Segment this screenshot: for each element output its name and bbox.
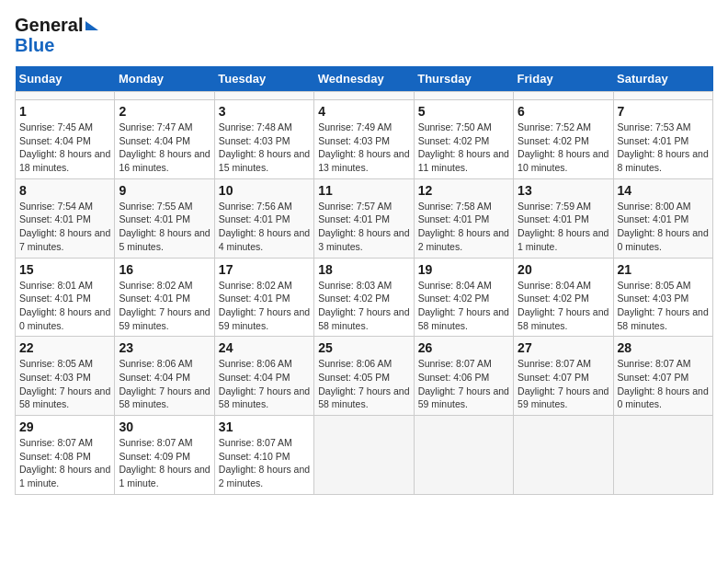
day-info: Sunrise: 8:07 AMSunset: 4:10 PMDaylight:… [219, 436, 310, 490]
calendar-day-cell: 19Sunrise: 8:04 AMSunset: 4:02 PMDayligh… [414, 258, 513, 337]
calendar-week-row: 1Sunrise: 7:45 AMSunset: 4:04 PMDaylight… [16, 100, 713, 179]
calendar-day-cell: 16Sunrise: 8:02 AMSunset: 4:01 PMDayligh… [115, 258, 214, 337]
calendar-day-cell [514, 92, 613, 100]
calendar-day-cell [514, 416, 613, 495]
day-info: Sunrise: 8:04 AMSunset: 4:02 PMDaylight:… [418, 279, 509, 333]
logo-blue-text: Blue [15, 35, 54, 55]
day-number: 18 [318, 262, 409, 277]
calendar-day-cell: 28Sunrise: 8:07 AMSunset: 4:07 PMDayligh… [613, 337, 712, 416]
calendar-day-cell: 4Sunrise: 7:49 AMSunset: 4:03 PMDaylight… [314, 100, 414, 179]
calendar-week-row: 29Sunrise: 8:07 AMSunset: 4:08 PMDayligh… [16, 416, 713, 495]
day-number: 29 [19, 419, 110, 434]
day-info: Sunrise: 8:02 AMSunset: 4:01 PMDaylight:… [219, 279, 310, 333]
day-info: Sunrise: 8:05 AMSunset: 4:03 PMDaylight:… [618, 279, 709, 333]
calendar-day-cell: 21Sunrise: 8:05 AMSunset: 4:03 PMDayligh… [613, 258, 712, 337]
day-number: 22 [19, 340, 110, 355]
day-number: 4 [318, 104, 409, 119]
day-number: 6 [518, 104, 609, 119]
day-number: 10 [219, 183, 310, 198]
day-number: 26 [418, 340, 509, 355]
calendar-day-cell: 15Sunrise: 8:01 AMSunset: 4:01 PMDayligh… [16, 258, 115, 337]
day-info: Sunrise: 8:07 AMSunset: 4:08 PMDaylight:… [19, 436, 110, 490]
day-info: Sunrise: 7:45 AMSunset: 4:04 PMDaylight:… [19, 121, 110, 175]
day-number: 16 [119, 262, 210, 277]
calendar-day-cell: 27Sunrise: 8:07 AMSunset: 4:07 PMDayligh… [514, 337, 613, 416]
calendar-day-cell [314, 416, 414, 495]
calendar-day-cell: 12Sunrise: 7:58 AMSunset: 4:01 PMDayligh… [414, 178, 513, 258]
calendar-day-cell [414, 416, 513, 495]
day-info: Sunrise: 7:54 AMSunset: 4:01 PMDaylight:… [19, 200, 110, 254]
day-number: 13 [518, 183, 609, 198]
day-number: 7 [618, 104, 709, 119]
calendar-day-cell: 2Sunrise: 7:47 AMSunset: 4:04 PMDaylight… [115, 100, 214, 179]
column-header-wednesday: Wednesday [314, 66, 414, 92]
column-header-sunday: Sunday [16, 66, 115, 92]
calendar-day-cell: 17Sunrise: 8:02 AMSunset: 4:01 PMDayligh… [214, 258, 313, 337]
day-info: Sunrise: 8:07 AMSunset: 4:07 PMDaylight:… [618, 357, 709, 411]
day-info: Sunrise: 7:52 AMSunset: 4:02 PMDaylight:… [518, 121, 609, 175]
day-number: 2 [119, 104, 210, 119]
day-number: 28 [618, 340, 709, 355]
day-number: 9 [119, 183, 210, 198]
day-number: 5 [418, 104, 509, 119]
day-number: 19 [418, 262, 509, 277]
day-info: Sunrise: 8:06 AMSunset: 4:05 PMDaylight:… [318, 357, 409, 411]
day-info: Sunrise: 7:56 AMSunset: 4:01 PMDaylight:… [219, 200, 310, 254]
calendar-week-row: 22Sunrise: 8:05 AMSunset: 4:03 PMDayligh… [16, 337, 713, 416]
calendar-day-cell: 8Sunrise: 7:54 AMSunset: 4:01 PMDaylight… [16, 178, 115, 258]
day-number: 31 [219, 419, 310, 434]
calendar-day-cell: 18Sunrise: 8:03 AMSunset: 4:02 PMDayligh… [314, 258, 414, 337]
calendar-day-cell [115, 92, 214, 100]
calendar-day-cell [16, 92, 115, 100]
calendar-day-cell: 5Sunrise: 7:50 AMSunset: 4:02 PMDaylight… [414, 100, 513, 179]
day-info: Sunrise: 7:47 AMSunset: 4:04 PMDaylight:… [119, 121, 210, 175]
day-number: 15 [19, 262, 110, 277]
calendar-day-cell: 13Sunrise: 7:59 AMSunset: 4:01 PMDayligh… [514, 178, 613, 258]
column-header-thursday: Thursday [414, 66, 513, 92]
day-number: 3 [219, 104, 310, 119]
day-info: Sunrise: 8:04 AMSunset: 4:02 PMDaylight:… [518, 279, 609, 333]
day-number: 21 [618, 262, 709, 277]
calendar-day-cell: 3Sunrise: 7:48 AMSunset: 4:03 PMDaylight… [214, 100, 313, 179]
calendar-day-cell: 23Sunrise: 8:06 AMSunset: 4:04 PMDayligh… [115, 337, 214, 416]
day-info: Sunrise: 8:07 AMSunset: 4:09 PMDaylight:… [119, 436, 210, 490]
day-info: Sunrise: 8:01 AMSunset: 4:01 PMDaylight:… [19, 279, 110, 333]
column-header-saturday: Saturday [613, 66, 712, 92]
day-number: 11 [318, 183, 409, 198]
day-info: Sunrise: 8:07 AMSunset: 4:06 PMDaylight:… [418, 357, 509, 411]
day-info: Sunrise: 7:58 AMSunset: 4:01 PMDaylight:… [418, 200, 509, 254]
calendar-table: SundayMondayTuesdayWednesdayThursdayFrid… [15, 66, 713, 495]
calendar-day-cell: 20Sunrise: 8:04 AMSunset: 4:02 PMDayligh… [514, 258, 613, 337]
calendar-day-cell [414, 92, 513, 100]
day-number: 25 [318, 340, 409, 355]
calendar-day-cell: 25Sunrise: 8:06 AMSunset: 4:05 PMDayligh… [314, 337, 414, 416]
logo-arrow-icon [85, 21, 98, 30]
calendar-day-cell [613, 92, 712, 100]
day-info: Sunrise: 8:02 AMSunset: 4:01 PMDaylight:… [119, 279, 210, 333]
calendar-day-cell: 6Sunrise: 7:52 AMSunset: 4:02 PMDaylight… [514, 100, 613, 179]
calendar-day-cell: 1Sunrise: 7:45 AMSunset: 4:04 PMDaylight… [16, 100, 115, 179]
calendar-day-cell: 22Sunrise: 8:05 AMSunset: 4:03 PMDayligh… [16, 337, 115, 416]
calendar-day-cell: 10Sunrise: 7:56 AMSunset: 4:01 PMDayligh… [214, 178, 313, 258]
logo-text: General [15, 15, 83, 35]
column-header-monday: Monday [115, 66, 214, 92]
day-info: Sunrise: 8:03 AMSunset: 4:02 PMDaylight:… [318, 279, 409, 333]
calendar-day-cell [314, 92, 414, 100]
calendar-day-cell: 7Sunrise: 7:53 AMSunset: 4:01 PMDaylight… [613, 100, 712, 179]
column-header-tuesday: Tuesday [214, 66, 313, 92]
day-number: 8 [19, 183, 110, 198]
calendar-day-cell: 11Sunrise: 7:57 AMSunset: 4:01 PMDayligh… [314, 178, 414, 258]
calendar-day-cell: 29Sunrise: 8:07 AMSunset: 4:08 PMDayligh… [16, 416, 115, 495]
day-info: Sunrise: 7:53 AMSunset: 4:01 PMDaylight:… [618, 121, 709, 175]
calendar-day-cell: 24Sunrise: 8:06 AMSunset: 4:04 PMDayligh… [214, 337, 313, 416]
day-number: 17 [219, 262, 310, 277]
calendar-day-cell [214, 92, 313, 100]
calendar-week-row [16, 92, 713, 100]
day-info: Sunrise: 7:48 AMSunset: 4:03 PMDaylight:… [219, 121, 310, 175]
day-info: Sunrise: 7:49 AMSunset: 4:03 PMDaylight:… [318, 121, 409, 175]
logo: General Blue [15, 15, 98, 55]
day-info: Sunrise: 8:06 AMSunset: 4:04 PMDaylight:… [119, 357, 210, 411]
column-header-friday: Friday [514, 66, 613, 92]
day-info: Sunrise: 7:57 AMSunset: 4:01 PMDaylight:… [318, 200, 409, 254]
day-number: 23 [119, 340, 210, 355]
